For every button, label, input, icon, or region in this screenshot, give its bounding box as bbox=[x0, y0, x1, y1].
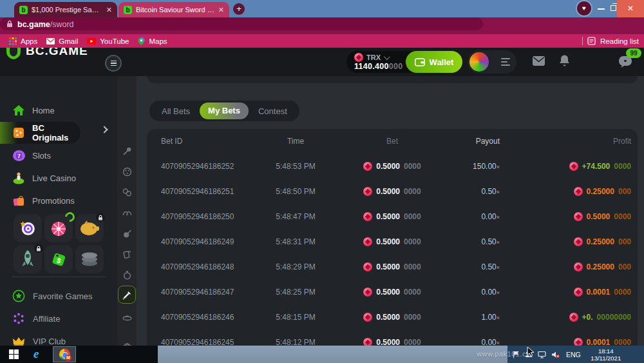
wallet-button[interactable]: Wallet bbox=[406, 51, 462, 73]
ufo-game-icon[interactable] bbox=[118, 308, 136, 326]
sidebar-item-slots[interactable]: 7 Slots bbox=[0, 144, 117, 166]
sidebar-item-home[interactable]: Home bbox=[0, 99, 117, 121]
lock-icon bbox=[34, 244, 43, 253]
tab-contest[interactable]: Contest bbox=[250, 106, 296, 116]
tab-close-icon[interactable]: ✕ bbox=[218, 6, 224, 14]
timer-game-icon[interactable] bbox=[118, 266, 136, 284]
table-row: 407090529461862525:48:53 PM0.50000000150… bbox=[147, 153, 638, 179]
sidebar-link-affiliate[interactable]: Affiliate bbox=[0, 308, 117, 329]
volume-muted-icon[interactable] bbox=[551, 351, 560, 358]
bet-time: 5:48:29 PM bbox=[260, 262, 331, 271]
tab-my-bets[interactable]: My Bets bbox=[200, 103, 249, 119]
table-row: 407090529461862465:48:15 PM0.500000001.0… bbox=[147, 304, 638, 329]
dice-game-icon[interactable] bbox=[118, 162, 136, 181]
game-tile-piggy[interactable] bbox=[75, 214, 104, 242]
language-indicator[interactable]: ENG bbox=[566, 351, 581, 358]
chrome-taskbar-button[interactable]: M bbox=[53, 346, 76, 362]
user-menu[interactable] bbox=[468, 50, 516, 74]
game-tile-rocket[interactable] bbox=[14, 245, 42, 273]
bet-profit: 0.50000000 bbox=[500, 212, 631, 221]
minimize-button[interactable] bbox=[598, 8, 605, 10]
trx-coin-icon bbox=[354, 53, 363, 62]
url-path: /sword bbox=[50, 20, 74, 29]
apps-grid-icon bbox=[9, 37, 17, 45]
sword-game-icon[interactable] bbox=[118, 286, 136, 304]
bet-time: 5:48:31 PM bbox=[260, 237, 331, 246]
reading-list-button[interactable]: Reading list bbox=[600, 37, 639, 45]
tab-all-bets[interactable]: All Bets bbox=[153, 106, 198, 116]
bookmark-youtube[interactable]: YouTube bbox=[87, 37, 129, 45]
clock-date: 13/11/2021 bbox=[587, 355, 625, 362]
bet-id: 40709052946186245 bbox=[161, 338, 260, 346]
browser-tab-1[interactable]: b $1,000 Prestige Saviour Sword C ✕ bbox=[14, 2, 117, 17]
slots-icon: 7 bbox=[12, 148, 26, 162]
new-tab-button[interactable]: + bbox=[233, 3, 245, 15]
bet-profit: 0.00010000 bbox=[500, 288, 631, 297]
cards-game-icon[interactable] bbox=[118, 245, 136, 263]
trx-coin-icon bbox=[363, 187, 372, 196]
user-menu-icon[interactable] bbox=[501, 58, 510, 66]
hat-game-icon[interactable] bbox=[118, 335, 136, 346]
clock-time: 18:14 bbox=[587, 348, 625, 355]
bell-icon[interactable] bbox=[559, 54, 570, 67]
bet-payout: 0.50× bbox=[453, 262, 500, 271]
profile-badge: M bbox=[65, 355, 71, 361]
comet-game-icon[interactable] bbox=[118, 142, 136, 160]
trx-coin-icon bbox=[363, 262, 372, 271]
game-tile-dollar-tag[interactable]: $ bbox=[44, 245, 73, 273]
game-strip bbox=[117, 76, 137, 346]
trx-coin-icon bbox=[569, 162, 578, 171]
game-tile-coins[interactable] bbox=[75, 245, 104, 273]
ball-game-icon[interactable] bbox=[118, 224, 136, 242]
restore-button[interactable] bbox=[611, 5, 616, 11]
bet-amount: 0.50000000 bbox=[331, 313, 453, 322]
bet-payout: 0.00× bbox=[453, 212, 500, 221]
bookmark-gmail[interactable]: Gmail bbox=[46, 37, 78, 45]
close-button[interactable]: ✕ bbox=[617, 0, 644, 17]
bet-amount: 0.50000000 bbox=[331, 187, 453, 196]
bookmark-apps[interactable]: Apps bbox=[9, 37, 37, 45]
col-profit: Profit bbox=[500, 137, 631, 146]
bet-payout: 0.00× bbox=[453, 338, 500, 346]
wings-game-icon[interactable] bbox=[118, 204, 136, 222]
address-bar[interactable]: bc.game/sword bbox=[0, 17, 483, 30]
trx-coin-icon bbox=[363, 237, 372, 246]
tab-close-icon[interactable]: ✕ bbox=[106, 6, 112, 14]
coins-game-icon[interactable] bbox=[118, 183, 136, 201]
taskbar-clock[interactable]: 18:14 13/11/2021 bbox=[587, 348, 625, 362]
trx-coin-icon bbox=[363, 212, 372, 221]
sidebar-item-live-casino[interactable]: Live Casino bbox=[0, 167, 117, 189]
taskbar-middle bbox=[158, 346, 507, 363]
chevron-right-icon[interactable] bbox=[100, 126, 108, 133]
browser-tab-2-active[interactable]: b Bitcoin Saviour Sword Game - Pla ✕ bbox=[118, 2, 229, 17]
table-row: 407090529461862475:48:25 PM0.500000000.0… bbox=[147, 279, 638, 304]
game-tile-wheel[interactable] bbox=[44, 214, 73, 242]
bet-amount: 0.50000000 bbox=[331, 162, 453, 171]
site-logo[interactable]: BC.GAME bbox=[5, 48, 88, 60]
start-button[interactable] bbox=[9, 349, 19, 359]
game-tile-spiral[interactable] bbox=[14, 214, 42, 242]
bet-profit: 0.25000000 bbox=[500, 237, 631, 246]
table-header-row: Bet ID Time Bet Payout Profit bbox=[147, 129, 638, 153]
bet-profit: 0.00010000 bbox=[500, 338, 631, 346]
affiliate-icon bbox=[12, 311, 26, 326]
sidebar-link-favorite-games[interactable]: Favorite Games bbox=[0, 286, 117, 306]
bet-amount: 0.50000000 bbox=[331, 338, 453, 346]
mail-icon[interactable] bbox=[532, 55, 545, 66]
internet-explorer-icon[interactable]: e bbox=[33, 347, 39, 361]
sidebar-item-label: BC Originals bbox=[32, 123, 80, 142]
sidebar-item-bc-originals[interactable]: BC Originals bbox=[0, 122, 80, 144]
sidebar-item-promotions[interactable]: Promotions bbox=[0, 190, 117, 211]
sidebar-item-label: Promotions bbox=[32, 196, 75, 206]
user-avatar[interactable] bbox=[469, 52, 489, 72]
bets-table-body: 407090529461862525:48:53 PM0.50000000150… bbox=[147, 153, 638, 346]
bet-payout: 0.50× bbox=[453, 187, 500, 196]
url-host: bc.game bbox=[17, 20, 50, 29]
sidebar-link-vip-club[interactable]: VIP Club bbox=[0, 331, 117, 346]
bookmark-maps[interactable]: Maps bbox=[138, 37, 167, 45]
sidebar-collapse-button[interactable] bbox=[105, 55, 122, 72]
network-display-icon[interactable] bbox=[538, 351, 546, 358]
tab-title: $1,000 Prestige Saviour Sword C bbox=[32, 6, 102, 14]
site-logo-text: BC.GAME bbox=[26, 48, 88, 58]
bet-profit: +74.5000000 bbox=[500, 162, 631, 171]
